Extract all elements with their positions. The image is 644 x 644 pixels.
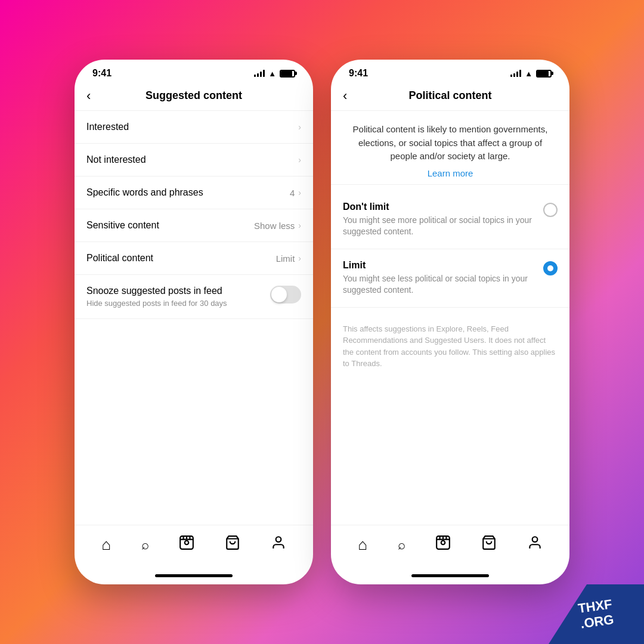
profile-icon-left[interactable] (271, 535, 286, 555)
home-indicator-left (75, 566, 313, 584)
signal-icon-right (510, 70, 521, 77)
svg-point-15 (532, 537, 537, 542)
profile-icon-right[interactable] (527, 535, 543, 555)
sensitive-badge: Show less (254, 221, 295, 231)
svg-point-7 (275, 537, 281, 542)
bottom-nav-right: ⌂ ⌕ (331, 525, 569, 566)
watermark-text: THXF .ORG (577, 596, 615, 632)
settings-list-left: Interested › Not interested › Specific w… (75, 111, 313, 525)
battery-icon-right (536, 70, 552, 78)
snooze-toggle[interactable] (270, 286, 301, 304)
wifi-icon-right: ▲ (525, 69, 532, 78)
phone-right: 9:41 ▲ ‹ Political content Political (331, 60, 569, 584)
snooze-label: Snooze suggested posts in feed (86, 286, 270, 296)
radio-dont-limit[interactable]: Don't limit You might see more political… (331, 191, 569, 249)
limit-content: Limit You might see less political or so… (343, 260, 543, 296)
shop-icon-left[interactable] (225, 535, 240, 555)
menu-item-not-interested-right: › (298, 155, 301, 165)
menu-item-interested-label: Interested (86, 122, 298, 132)
menu-item-sensitive[interactable]: Sensitive content Show less › (75, 209, 313, 242)
nav-title-left: Suggested content (145, 89, 242, 102)
dont-limit-title: Don't limit (343, 202, 543, 212)
menu-item-interested-right: › (298, 122, 301, 132)
menu-item-political-right: Limit › (276, 253, 301, 264)
reels-icon-right[interactable] (435, 535, 451, 555)
dont-limit-content: Don't limit You might see more political… (343, 202, 543, 238)
chevron-interested-icon: › (298, 122, 301, 132)
watermark: THXF .ORG (549, 584, 644, 644)
chevron-sensitive-icon: › (298, 221, 301, 230)
dont-limit-radio[interactable] (543, 203, 558, 217)
status-bar-left: 9:41 ▲ (75, 60, 313, 83)
battery-icon-left (280, 70, 295, 78)
menu-item-not-interested-label: Not interested (86, 154, 298, 165)
time-left: 9:41 (92, 68, 112, 79)
status-icons-right: ▲ (510, 69, 552, 78)
signal-icon-left (254, 70, 265, 77)
home-icon-right[interactable]: ⌂ (358, 535, 367, 554)
reels-icon-left[interactable] (179, 535, 194, 555)
dont-limit-subtitle: You might see more political or social t… (343, 215, 543, 238)
status-icons-left: ▲ (254, 69, 295, 78)
chevron-political-icon: › (298, 253, 301, 263)
menu-item-interested[interactable]: Interested › (75, 111, 313, 144)
radio-section: Don't limit You might see more political… (331, 185, 569, 314)
home-indicator-right (331, 566, 569, 584)
search-icon-left[interactable]: ⌕ (141, 537, 149, 553)
menu-item-not-interested[interactable]: Not interested › (75, 144, 313, 177)
words-badge: 4 (290, 188, 295, 198)
menu-item-sensitive-label: Sensitive content (86, 220, 254, 231)
menu-item-words-right: 4 › (290, 188, 301, 198)
limit-subtitle: You might see less political or social t… (343, 273, 543, 296)
limit-title: Limit (343, 260, 543, 271)
status-bar-right: 9:41 ▲ (331, 60, 569, 83)
menu-item-political[interactable]: Political content Limit › (75, 242, 313, 275)
limit-radio[interactable] (543, 261, 558, 275)
description-block: Political content is likely to mention g… (331, 111, 569, 185)
wifi-icon-left: ▲ (268, 69, 276, 78)
learn-more-link[interactable]: Learn more (349, 168, 552, 178)
back-button-right[interactable]: ‹ (343, 88, 347, 104)
search-icon-right[interactable]: ⌕ (398, 537, 405, 553)
menu-item-words-label: Specific words and phrases (86, 187, 290, 198)
shop-icon-right[interactable] (481, 535, 497, 555)
back-button-left[interactable]: ‹ (86, 88, 91, 104)
toggle-knob (271, 287, 287, 302)
svg-point-9 (441, 541, 445, 545)
menu-item-sensitive-right: Show less › (254, 221, 301, 231)
nav-title-right: Political content (408, 89, 491, 102)
snooze-content: Snooze suggested posts in feed Hide sugg… (86, 286, 270, 308)
nav-bar-left: ‹ Suggested content (75, 83, 313, 111)
chevron-not-interested-icon: › (298, 155, 301, 165)
bottom-nav-left: ⌂ ⌕ (75, 525, 313, 566)
political-badge: Limit (276, 253, 295, 264)
menu-item-words[interactable]: Specific words and phrases 4 › (75, 177, 313, 209)
nav-bar-right: ‹ Political content (331, 83, 569, 111)
disclaimer-text: This affects suggestions in Explore, Ree… (331, 314, 569, 379)
svg-point-1 (185, 541, 189, 545)
menu-item-political-label: Political content (86, 253, 276, 264)
menu-item-snooze[interactable]: Snooze suggested posts in feed Hide sugg… (75, 275, 313, 319)
home-icon-left[interactable]: ⌂ (101, 535, 111, 554)
radio-limit[interactable]: Limit You might see less political or so… (331, 249, 569, 308)
phone-left: 9:41 ▲ ‹ Suggested content (75, 60, 313, 584)
chevron-words-icon: › (298, 188, 301, 197)
description-text: Political content is likely to mention g… (349, 123, 552, 163)
time-right: 9:41 (349, 68, 368, 79)
snooze-sublabel: Hide suggested posts in feed for 30 days (86, 299, 270, 308)
